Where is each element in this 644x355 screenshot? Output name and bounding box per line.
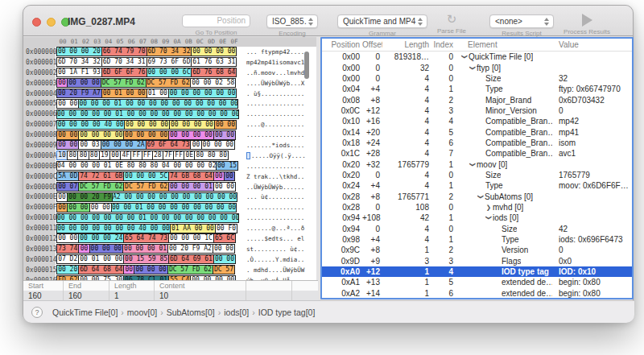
parse-file-refresh-icon[interactable]: ↻ xyxy=(447,13,457,26)
hex-byte-group[interactable]: 00 00 00 01 xyxy=(122,244,168,254)
hex-byte-group[interactable]: 6D 70 34 32 xyxy=(56,57,102,67)
table-row[interactable]: 0x000320❯ftyp [0] xyxy=(322,62,632,72)
process-results-play-icon[interactable] xyxy=(582,14,592,27)
hex-byte-group[interactable]: DC 57 FD 62 xyxy=(167,265,213,275)
hex-byte-group[interactable]: 0E xyxy=(184,151,195,160)
ascii-column[interactable]: .....Oÿÿ(.ÿ.... xyxy=(246,152,306,159)
table-row[interactable]: 0x2801080❯mvhd [0] xyxy=(322,202,632,213)
ascii-column[interactable]: mp42mp41isomavc1 xyxy=(246,59,304,66)
ascii-column[interactable]: ................ xyxy=(246,204,304,211)
breadcrumb-item[interactable]: IOD type tag[0] xyxy=(258,308,316,317)
ascii-column[interactable]: ... ftypmp42.... xyxy=(246,48,304,56)
breadcrumb-item[interactable]: QuickTime File[0] xyxy=(52,308,118,317)
ascii-column[interactable]: .Ò......Y.mdia.. xyxy=(246,256,304,263)
hex-byte-group[interactable]: 00 00 xyxy=(56,99,79,109)
column-header-value[interactable]: Value xyxy=(552,40,632,49)
hex-byte-group[interactable]: FF xyxy=(173,151,184,160)
breadcrumb-item[interactable]: SubAtoms[0] xyxy=(167,308,215,317)
hex-byte-group[interactable]: 6D 70 34 31 xyxy=(101,57,147,67)
hex-byte-group[interactable]: DC 57 xyxy=(213,265,235,275)
hex-byte-group[interactable]: 00 00 xyxy=(67,203,89,213)
hex-byte-group[interactable]: DC 57 FD 62 xyxy=(78,182,124,192)
hex-byte-group[interactable]: 00 00 xyxy=(56,130,79,140)
hex-byte-group[interactable]: 00 00 xyxy=(56,233,79,243)
help-button[interactable]: ? xyxy=(31,307,43,318)
hex-byte-group[interactable]: 00 00 00 00 00 01 00 00 00 00 00 00 00 0… xyxy=(56,109,239,119)
hex-byte-group[interactable]: 69 73 6F 6D xyxy=(147,57,192,67)
hex-byte-group[interactable]: 00 00 xyxy=(213,244,235,254)
column-header-length[interactable]: Length xyxy=(382,40,431,49)
breadcrumb-item[interactable]: iods[0] xyxy=(224,308,249,317)
hex-byte-group[interactable]: 74 6B 68 64 xyxy=(168,171,214,181)
ascii-column[interactable]: ..ÜWýbÜWýb...... xyxy=(246,184,304,191)
ascii-column[interactable]: ....@........... xyxy=(246,121,304,128)
hex-byte-group[interactable]: 19 xyxy=(99,151,110,160)
table-row[interactable]: 0x0C+1243Minor_Version0 xyxy=(322,105,632,116)
hex-byte-group[interactable]: 00 xyxy=(213,171,225,181)
encoding-select[interactable]: ISO_885… xyxy=(266,14,318,28)
table-row[interactable]: 0x1C+2847Compatible_Bran…avc1 xyxy=(322,148,632,159)
hex-byte-group[interactable]: 6D 76 68 64 xyxy=(191,68,237,77)
hex-byte-group[interactable]: 00 00 20 F9 xyxy=(67,192,113,202)
ascii-column[interactable]: ................ xyxy=(246,163,304,170)
hex-byte-group[interactable]: 00 xyxy=(224,171,235,181)
table-row[interactable]: 0x9C+812Version0 xyxy=(322,245,632,255)
hex-byte-group[interactable]: 00 00 00 00 40 00 xyxy=(56,120,125,130)
hex-rows[interactable]: 0x000000000 00 00 2066 74 79 706D 70 34 … xyxy=(23,47,316,280)
hex-byte-group[interactable]: 69 6F 64 73 xyxy=(146,140,192,150)
column-header-position[interactable]: Position xyxy=(322,40,362,49)
hex-byte-group[interactable]: A2 00 00 00 00 00 00 00 00 00 00 xyxy=(112,192,237,202)
hex-byte-group[interactable]: 00 00 00 5C xyxy=(123,171,169,181)
hex-byte-group[interactable]: 00 00 00 20 xyxy=(56,47,102,56)
hex-byte-group[interactable]: 00 00 00 xyxy=(201,140,236,150)
table-row[interactable]: 0x9D+933Flags0x0 xyxy=(322,256,632,266)
chevron-expanded-icon[interactable]: ❯ xyxy=(477,192,485,200)
chevron-collapsed-icon[interactable]: ❯ xyxy=(485,204,493,211)
hex-byte-group[interactable]: 00 00 00 00 00 00 00 01 00 00 00 00 00 0… xyxy=(56,213,239,223)
hex-byte-group[interactable]: 00 20 F9 A7 xyxy=(56,89,102,98)
hex-byte-group[interactable]: 00 xyxy=(190,140,201,150)
hex-byte-group[interactable]: 07 D2 xyxy=(56,254,79,264)
hex-byte-group[interactable]: DC 57 FD 62 xyxy=(101,78,147,88)
hex-byte-group[interactable]: 6D 64 68 64 xyxy=(78,265,124,275)
hex-byte-group[interactable]: 00 xyxy=(123,265,134,275)
chevron-expanded-icon[interactable]: ❯ xyxy=(469,160,477,168)
column-header-index[interactable]: Index xyxy=(431,40,456,49)
ascii-column[interactable]: st......... ù¢.. xyxy=(246,246,304,253)
hex-byte-group[interactable]: 00 00 xyxy=(213,182,236,192)
table-row[interactable]: 0x28+817657712❯SubAtoms [0] xyxy=(322,191,632,201)
chevron-expanded-icon[interactable]: ❯ xyxy=(461,53,469,61)
hex-byte-group[interactable]: 80 xyxy=(67,151,78,160)
ascii-column[interactable]: .......@...ª...ð xyxy=(246,225,304,232)
hex-byte-group[interactable]: 00 00 00 00 xyxy=(78,130,124,140)
hex-byte-group[interactable]: 00 00 00 00 00 00 xyxy=(168,89,237,98)
ascii-column[interactable]: . mdhd....ÜWýbÜW xyxy=(246,266,304,274)
results-script-select[interactable]: <none> xyxy=(489,14,554,28)
hex-byte-group[interactable]: 00 00 00 1C xyxy=(168,233,214,243)
hex-byte-group[interactable]: 00 07 xyxy=(56,182,79,192)
hex-byte-group[interactable]: 6D 70 34 32 xyxy=(147,47,192,56)
hex-byte-group[interactable]: 28 xyxy=(152,151,163,160)
hex-byte-group[interactable]: 74 72 61 6B xyxy=(78,171,124,181)
hex-byte-group[interactable]: 00 00 00 24 xyxy=(78,233,124,243)
hex-byte-group[interactable]: 66 74 79 70 xyxy=(101,47,147,56)
hex-byte-group[interactable]: 00 00 00 00 00 00 00 40 00 00 xyxy=(56,224,171,233)
hex-byte-group[interactable]: 80 xyxy=(89,151,100,160)
ascii-column[interactable]: .....$edts... el xyxy=(246,235,304,242)
position-input[interactable]: Position xyxy=(182,14,250,27)
hex-byte-group[interactable]: 00 xyxy=(56,203,68,213)
hex-byte-group[interactable]: 00 00 00 00 xyxy=(124,120,170,130)
hex-byte-group[interactable]: 01 AA 00 00 xyxy=(170,224,216,233)
ascii-column[interactable]: . ù§............ xyxy=(246,90,304,97)
ascii-column[interactable]: .......*iods.... xyxy=(246,142,304,149)
hex-byte-group[interactable]: 00 xyxy=(109,151,121,160)
hex-byte-group[interactable]: 00 01 00 00 xyxy=(78,254,124,264)
ascii-column[interactable]: ... ù¢.......... xyxy=(246,193,304,200)
hex-byte-group[interactable]: 00 00 00 00 xyxy=(168,130,214,140)
hex-byte-group[interactable]: 5A 0D xyxy=(56,171,79,181)
hex-byte-group[interactable]: 00 00 01 00 00 00 00 00 00 00 00 xyxy=(111,203,237,213)
table-row[interactable]: 0xA1+1315extended de…begin: 0x80 xyxy=(322,277,632,287)
hex-byte-group[interactable]: 4F xyxy=(120,151,131,160)
hex-byte-group[interactable]: 00 F0 xyxy=(215,224,237,233)
hex-byte-group[interactable]: FF xyxy=(130,151,142,160)
